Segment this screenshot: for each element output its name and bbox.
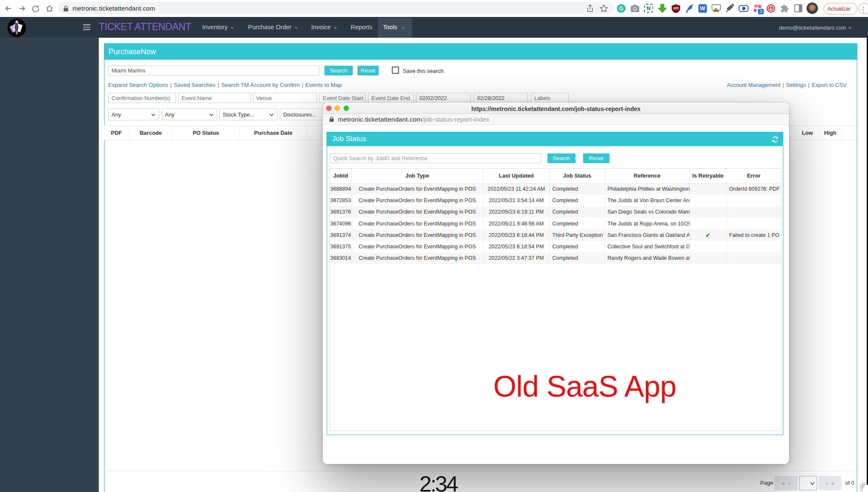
svg-text:uO: uO xyxy=(673,6,679,10)
